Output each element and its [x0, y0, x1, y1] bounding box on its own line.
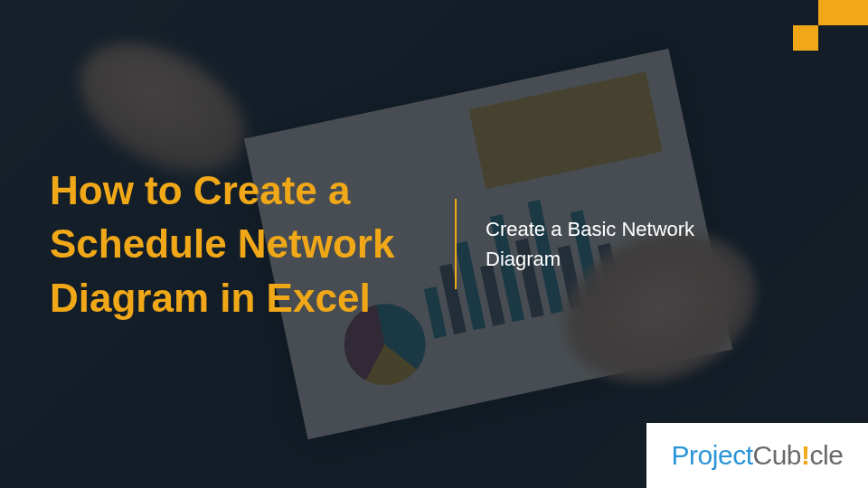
- main-title: How to Create a Schedule Network Diagram…: [50, 164, 429, 324]
- accent-square-small: [793, 25, 818, 51]
- logo-text: ProjectCub!cle: [672, 440, 844, 471]
- logo-part-cle: cle: [810, 440, 844, 470]
- accent-square-large: [818, 0, 868, 25]
- logo-container: ProjectCub!cle: [646, 423, 868, 488]
- vertical-divider: [455, 199, 457, 289]
- logo-part-project: Project: [672, 440, 753, 470]
- subtitle: Create a Basic Network Diagram: [486, 214, 703, 274]
- logo-part-exclaim: !: [801, 440, 810, 470]
- logo-part-cub: Cub: [752, 440, 801, 470]
- content-area: How to Create a Schedule Network Diagram…: [0, 0, 868, 488]
